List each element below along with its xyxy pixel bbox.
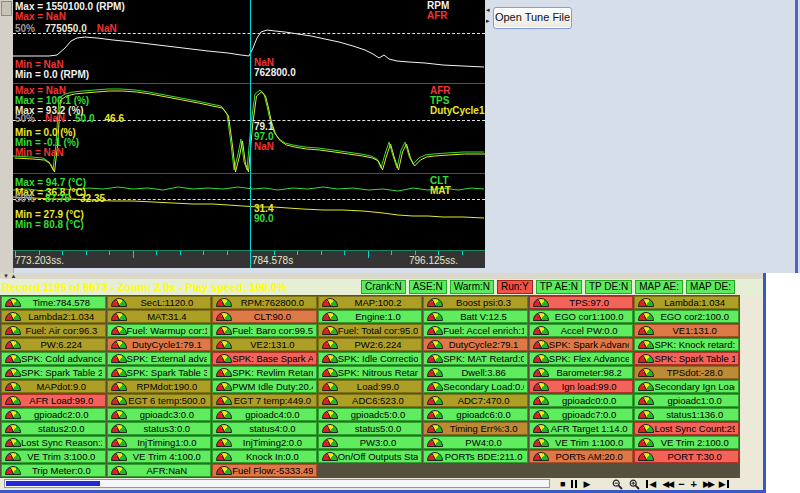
gauge-cell[interactable]: gpioadc3:0.0: [107, 408, 212, 421]
gauge-cell[interactable]: SecL:1120.0: [107, 296, 212, 309]
play-button[interactable]: ▶: [583, 480, 590, 489]
rpm-chart-panel[interactable]: Max = 1550100.0 (RPM) Max = NaN 50% 7750…: [13, 0, 485, 84]
gauge-cell[interactable]: Dwell:3.86: [423, 366, 528, 379]
gauge-cell[interactable]: MAPdot:9.0: [1, 380, 106, 393]
gauge-cell[interactable]: Accel PW:0.0: [529, 324, 634, 337]
gauge-cell[interactable]: ADC7:470.0: [423, 394, 528, 407]
gauge-cell[interactable]: AFR Load:99.0: [1, 394, 106, 407]
gauge-cell[interactable]: status3:0.0: [107, 422, 212, 435]
time-cursor[interactable]: [250, 0, 251, 268]
scroll-thumb[interactable]: [1, 1, 12, 16]
chart-area[interactable]: Max = 1550100.0 (RPM) Max = NaN 50% 7750…: [13, 0, 485, 268]
gauge-cell[interactable]: SPK: Base Spark Adv: [212, 352, 317, 365]
gauge-cell[interactable]: DutyCycle1:79.1: [107, 338, 212, 351]
zoom-in-button[interactable]: [629, 479, 640, 490]
gauge-cell[interactable]: VE1:131.0: [634, 324, 739, 337]
gauge-cell[interactable]: Fuel: Air cor:96.3: [1, 324, 106, 337]
gauge-cell[interactable]: Secondary Ign Load:0.: [634, 380, 739, 393]
gauge-cell[interactable]: PW2:6.224: [318, 338, 423, 351]
gauge-cell[interactable]: Ign load:99.0: [529, 380, 634, 393]
time-axis[interactable]: 773.203ss. 784.578s 796.125ss.: [13, 251, 485, 268]
clt-mat-chart-panel[interactable]: Max = 94.7 (°C) Max = 36.8 (°C) 50% 87.7…: [13, 174, 485, 251]
gauge-cell[interactable]: Lambda:1.034: [634, 296, 739, 309]
gauge-cell[interactable]: TPSdot:-28.0: [634, 366, 739, 379]
zoom-out-button[interactable]: [612, 479, 623, 490]
gauge-cell[interactable]: gpioadc7:0.0: [529, 408, 634, 421]
gauge-cell[interactable]: SPK: Spark Table 1:27: [634, 352, 739, 365]
gauge-cell[interactable]: status5:0.0: [318, 422, 423, 435]
gauge-cell[interactable]: SPK: Spark Table 3:0.0: [107, 366, 212, 379]
gauge-cell[interactable]: VE Trim 3:100.0: [1, 450, 106, 463]
gauge-cell[interactable]: PW:6.224: [1, 338, 106, 351]
open-tune-file-button[interactable]: Open Tune File: [493, 7, 572, 29]
gauge-cell[interactable]: Trip Meter:0.0: [1, 464, 106, 477]
gauge-cell[interactable]: Boost psi:0.3: [423, 296, 528, 309]
gauge-cell[interactable]: Load:99.0: [318, 380, 423, 393]
gauge-cell[interactable]: ADC6:523.0: [318, 394, 423, 407]
gauge-cell[interactable]: VE Trim 2:100.0: [634, 436, 739, 449]
gauge-cell[interactable]: On/Off Outputs Status: [318, 450, 423, 463]
gauge-cell[interactable]: PORTs BDE:211.0: [423, 450, 528, 463]
gauge-cell[interactable]: PW3:0.0: [318, 436, 423, 449]
gauge-cell[interactable]: Engine:1.0: [318, 310, 423, 323]
gauge-cell[interactable]: Barometer:98.2: [529, 366, 634, 379]
gauge-cell[interactable]: DutyCycle2:79.1: [423, 338, 528, 351]
gauge-cell[interactable]: SPK: External advance: [107, 352, 212, 365]
gauge-cell[interactable]: EGT 7 temp:449.0: [212, 394, 317, 407]
gauge-cell[interactable]: gpioadc4:0.0: [212, 408, 317, 421]
gauge-cell[interactable]: PORTs AM:20.0: [529, 450, 634, 463]
gauge-cell[interactable]: status2:0.0: [1, 422, 106, 435]
gauge-cell[interactable]: VE Trim 4:100.0: [107, 450, 212, 463]
gauge-cell[interactable]: Batt V:12.5: [423, 310, 528, 323]
gauge-cell[interactable]: SPK: Spark Advance:2: [529, 338, 634, 351]
gauge-cell[interactable]: gpioadc1:0.0: [634, 394, 739, 407]
gauge-cell[interactable]: EGO cor2:100.0: [634, 310, 739, 323]
gauge-cell[interactable]: gpioadc6:0.0: [423, 408, 528, 421]
gauge-cell[interactable]: SPK: MAT Retard:0.0: [423, 352, 528, 365]
gauge-cell[interactable]: gpioadc2:0.0: [1, 408, 106, 421]
gauge-cell[interactable]: gpioadc5:0.0: [318, 408, 423, 421]
gauge-cell[interactable]: Knock In:0.0: [212, 450, 317, 463]
gauge-cell[interactable]: EGT 6 temp:500.0: [107, 394, 212, 407]
zoom-plus-button[interactable]: +: [691, 480, 697, 489]
gauge-cell[interactable]: gpioadc0:0.0: [529, 394, 634, 407]
gauge-cell[interactable]: MAT:31.4: [107, 310, 212, 323]
gauge-cell[interactable]: Fuel: Total cor:95.0: [318, 324, 423, 337]
zoom-minus-button[interactable]: −: [678, 480, 684, 489]
skip-to-end-button[interactable]: ▶: [719, 480, 729, 489]
gauge-cell[interactable]: InjTiming1:0.0: [107, 436, 212, 449]
gauge-cell[interactable]: Time:784.578: [1, 296, 106, 309]
gauge-cell[interactable]: SPK: Nitrous Retard:0.: [318, 366, 423, 379]
gauge-cell[interactable]: EGO cor1:100.0: [529, 310, 634, 323]
gauge-cell[interactable]: AFR Target 1:14.0: [529, 422, 634, 435]
gauge-cell[interactable]: Fuel: Accel enrich:100: [423, 324, 528, 337]
gauge-cell[interactable]: SPK: Flex Advance:0.0: [529, 352, 634, 365]
gauge-cell[interactable]: InjTiming2:0.0: [212, 436, 317, 449]
playback-progress[interactable]: [4, 479, 550, 488]
gauge-cell[interactable]: Lost Sync Count:29.0: [634, 422, 739, 435]
rewind-button[interactable]: ◀◀: [662, 480, 672, 489]
skip-to-start-button[interactable]: ◀: [646, 480, 656, 489]
pause-button[interactable]: [571, 480, 577, 488]
gauge-cell[interactable]: SPK: Knock retard:0.0: [634, 338, 739, 351]
gauge-cell[interactable]: PWM Idle Duty:20.4: [212, 380, 317, 393]
gauge-cell[interactable]: Timing Err%:3.0: [423, 422, 528, 435]
gauge-cell[interactable]: status4:0.0: [212, 422, 317, 435]
gauge-cell[interactable]: MAP:100.2: [318, 296, 423, 309]
fast-forward-button[interactable]: ▶▶: [703, 480, 713, 489]
tps-duty-chart-panel[interactable]: Max = NaN Max = 100.1 (%) Max = 93.2 (%)…: [13, 84, 485, 174]
gauge-cell[interactable]: TPS:97.0: [529, 296, 634, 309]
gauge-cell[interactable]: Lambda2:1.034: [1, 310, 106, 323]
gauge-cell[interactable]: Fuel Flow:-5333.498: [212, 464, 317, 477]
gauge-cell[interactable]: VE2:131.0: [212, 338, 317, 351]
gauge-cell[interactable]: AFR:NaN: [107, 464, 212, 477]
gauge-cell[interactable]: RPMdot:190.0: [107, 380, 212, 393]
gauge-cell[interactable]: SPK: Idle Correction A: [318, 352, 423, 365]
gauge-cell[interactable]: SPK: Revlim Retard:0.0: [212, 366, 317, 379]
gauge-cell[interactable]: Lost Sync Reason:2.0: [1, 436, 106, 449]
gauge-cell[interactable]: Secondary Load:0.0: [423, 380, 528, 393]
gauge-cell[interactable]: PW4:0.0: [423, 436, 528, 449]
left-scroll-rail[interactable]: [0, 0, 14, 273]
gauge-cell[interactable]: status1:136.0: [634, 408, 739, 421]
gauge-cell[interactable]: SPK: Cold advance:0.0: [1, 352, 106, 365]
